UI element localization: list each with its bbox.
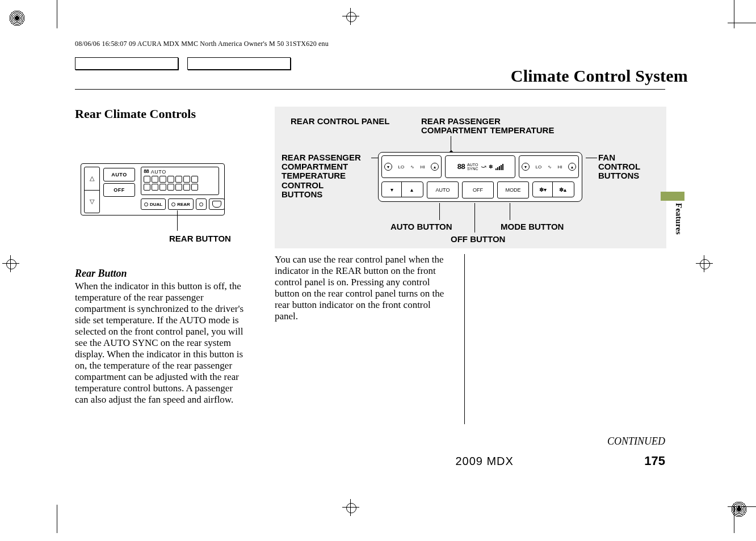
fan-speed-bars-icon — [495, 164, 503, 170]
off-button: OFF — [103, 183, 135, 197]
temp-down-up-pair: ▾ ▴ — [381, 181, 423, 197]
leader-line — [586, 158, 597, 158]
up-arrow-icon: ▴ — [402, 182, 421, 197]
display-mode-label: AUTO — [151, 169, 166, 175]
temp-up-icon: ▴ — [431, 163, 439, 171]
body-paragraph: You can use the rear control panel when … — [275, 254, 456, 322]
airflow-icon — [144, 176, 150, 183]
lo-label: LO — [398, 164, 405, 170]
airflow-icon — [191, 184, 198, 191]
rear-control-panel-diagram: REAR CONTROL PANEL REAR PASSENGER COMPAR… — [275, 107, 666, 248]
airflow-icon — [144, 184, 150, 191]
header-box — [187, 57, 291, 70]
defrost-icon — [212, 201, 221, 208]
page-title: Climate Control System — [511, 66, 688, 86]
registration-mark-icon — [9, 10, 25, 26]
rear-display: 88 AUTO SYNC ⤻ — [445, 155, 515, 178]
crop-cross-icon — [696, 255, 713, 272]
header-box — [75, 57, 178, 70]
rear-control-panel-drawing: ▾ LO ∿ HI ▴ 88 AUTO SYNC ⤻ ▾ — [378, 152, 582, 202]
triangle-up-icon: △ — [85, 167, 99, 191]
dual-label: DUAL — [150, 202, 162, 207]
rear-temp-control-right: ▾ LO ∿ HI ▴ — [519, 155, 579, 178]
airflow-icon — [191, 176, 198, 183]
auto-sync-label: AUTO SYNC — [467, 163, 478, 171]
rear-temp-control: ▾ LO ∿ HI ▴ — [381, 155, 442, 178]
airflow-icon — [183, 184, 190, 191]
body-paragraph: When the indicator in this button is off… — [75, 281, 245, 406]
dual-button: DUAL — [141, 198, 166, 210]
label-rear-passenger-compartment-temperature-control-buttons: REAR PASSENGER COMPARTMENT TEMPERATURE C… — [282, 153, 361, 199]
airflow-icon — [167, 176, 174, 183]
lo-label: LO — [536, 164, 542, 170]
hi-label: HI — [557, 164, 562, 170]
crop-cross-icon — [342, 8, 359, 25]
crop-mark-icon — [57, 505, 57, 533]
mode-key: MODE — [497, 181, 529, 198]
label-mode-button: MODE BUTTON — [501, 222, 564, 231]
label-off-button: OFF BUTTON — [451, 235, 505, 244]
crop-mark-icon — [734, 0, 734, 28]
page-number: 175 — [644, 454, 665, 468]
fan-down-up-pair: ▾ ▴ — [532, 181, 574, 197]
ac-button — [196, 198, 207, 210]
front-climate-panel-figure: △ ▽ AUTO OFF 88 AUTO — [75, 134, 234, 236]
front-panel-display: 88 AUTO — [141, 167, 219, 195]
rear-label: REAR — [177, 202, 190, 207]
heat-waves-icon: ∿ — [548, 164, 552, 170]
temp-readout: 88 — [144, 169, 149, 175]
tab-label: Features — [674, 203, 683, 235]
airflow-mode-icons-row — [144, 176, 216, 183]
section-tab: Features — [661, 192, 684, 246]
tab-color-bar — [661, 192, 684, 201]
paragraph-heading: Rear Button — [75, 268, 245, 280]
heat-waves-icon: ∿ — [410, 164, 414, 170]
temp-down-icon: ▾ — [384, 163, 392, 171]
airflow-icon — [175, 176, 182, 183]
defrost-button — [209, 198, 225, 210]
temp-up-down-rocker: △ ▽ — [84, 167, 100, 213]
leader-line — [439, 203, 440, 220]
crop-mark-icon — [57, 0, 57, 28]
triangle-down-icon: ▽ — [85, 191, 99, 213]
rear-button: REAR — [168, 198, 194, 210]
label-rear-passenger-compartment-temperature: REAR PASSENGER COMPARTMENT TEMPERATURE — [421, 117, 554, 135]
fan-up-icon: ▴ — [553, 182, 572, 197]
indicator-dot-icon — [144, 202, 148, 206]
airflow-seat-icon: ⤻ — [481, 163, 486, 171]
indicator-dot-icon — [199, 202, 203, 206]
crop-mark-icon — [734, 505, 734, 533]
airflow-icon — [152, 176, 158, 183]
rear-temp-readout: 88 — [457, 163, 465, 171]
crop-cross-icon — [2, 255, 19, 272]
print-header-meta: 08/06/06 16:58:07 09 ACURA MDX MMC North… — [75, 40, 688, 48]
indicator-dot-icon — [171, 202, 175, 206]
off-key: OFF — [462, 181, 494, 198]
crop-cross-icon — [342, 499, 359, 516]
down-arrow-icon: ▾ — [382, 182, 402, 197]
airflow-icon — [175, 184, 182, 191]
leader-line — [474, 203, 475, 233]
title-rule — [75, 89, 665, 90]
temp-up-icon: ▴ — [568, 163, 576, 171]
fan-down-icon: ▾ — [533, 182, 553, 197]
section-heading: Rear Climate Controls — [75, 107, 245, 121]
airflow-icon — [159, 184, 166, 191]
leader-line — [510, 203, 510, 220]
airflow-icon — [159, 176, 166, 183]
callout-leader-line — [177, 210, 178, 231]
label-rear-control-panel: REAR CONTROL PANEL — [291, 117, 389, 126]
crop-mark-icon — [728, 506, 756, 507]
crop-mark-icon — [728, 23, 756, 23]
fan-icon — [489, 164, 493, 170]
label-fan-control-buttons: FAN CONTROL BUTTONS — [598, 153, 640, 181]
temp-down-icon: ▾ — [522, 163, 530, 171]
page-footer: 2009 MDX 175 — [75, 454, 665, 468]
airflow-icon — [152, 184, 158, 191]
continued-label: CONTINUED — [607, 436, 665, 447]
rear-button-callout: REAR BUTTON — [169, 234, 231, 243]
airflow-icon — [167, 184, 174, 191]
model-year: 2009 MDX — [455, 455, 514, 468]
label-auto-button: AUTO BUTTON — [390, 222, 452, 231]
airflow-icon — [183, 176, 190, 183]
